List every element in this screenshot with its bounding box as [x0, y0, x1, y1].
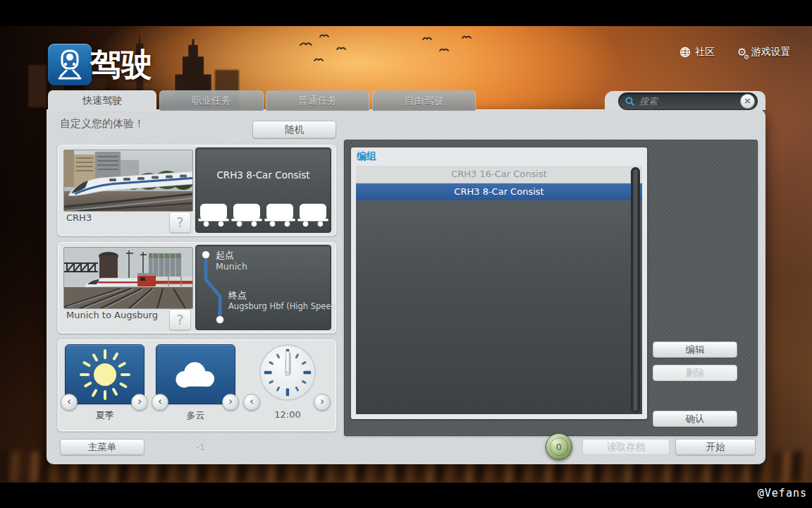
list-item-selected[interactable]: CRH3 8-Car Consist — [356, 183, 642, 200]
start-station: Munich — [216, 261, 247, 272]
train-car-icon — [264, 202, 295, 229]
time-next-button[interactable]: › — [314, 394, 331, 411]
consist-selection-panel: 编组 CRH3 16-Car Consist CRH3 8-Car Consis… — [344, 140, 758, 436]
season-prev-button[interactable]: ‹ — [61, 394, 78, 411]
random-button[interactable]: 随机 — [252, 121, 336, 138]
close-icon: × — [744, 95, 751, 106]
edit-button[interactable]: 编辑 — [653, 341, 737, 358]
building-silhouette — [28, 65, 47, 107]
birds-silhouette — [296, 30, 493, 79]
letterbox-bottom — [0, 483, 812, 508]
weather-prev-button[interactable]: ‹ — [152, 394, 168, 411]
end-station: Augsburg Hbf (High Speed) — [228, 301, 339, 311]
season-next-button[interactable]: › — [131, 394, 148, 411]
route-photo[interactable] — [63, 247, 193, 309]
main-menu-label: 主菜单 — [88, 441, 117, 454]
start-label: 开始 — [706, 441, 725, 454]
help-icon: ? — [176, 312, 183, 327]
screen: 驾驶 社区 ⚙⚙ 游戏设置 快速驾驶 职业任务 普通任务 自由驾驶 × 自定义您… — [0, 0, 812, 508]
confirm-button[interactable]: 确认 — [653, 411, 737, 427]
search-input[interactable] — [638, 95, 740, 107]
globe-icon — [679, 47, 691, 58]
route-help-button[interactable]: ? — [169, 309, 191, 330]
load-save-label: 读取存档 — [607, 441, 645, 454]
tab-quick-drive[interactable]: 快速驾驶 — [48, 90, 156, 111]
sun-icon — [77, 346, 133, 403]
main-menu-button[interactable]: 主菜单 — [60, 439, 144, 455]
train-help-button[interactable]: ? — [169, 212, 191, 233]
consist-preview-panel: CRH3 8-Car Consist — [195, 147, 331, 233]
train-car-icon — [198, 202, 229, 229]
community-label: 社区 — [695, 46, 715, 59]
train-car-icon — [297, 202, 328, 229]
chevron-right-icon: › — [137, 395, 142, 408]
route-start-dot — [202, 251, 210, 259]
list-item[interactable]: CRH3 16-Car Consist — [356, 166, 642, 183]
tab-label: 自由驾驶 — [405, 95, 444, 107]
delete-label: 删除 — [686, 367, 705, 380]
train-photo[interactable] — [63, 150, 193, 212]
customize-subtitle: 自定义您的体验！ — [60, 117, 144, 131]
season-tile — [65, 344, 144, 404]
chevron-right-icon: › — [228, 395, 233, 408]
watermark: @Vefans — [758, 487, 807, 500]
season-label: 夏季 — [65, 409, 144, 422]
delete-button[interactable]: 删除 — [653, 365, 737, 381]
consist-name: CRH3 8-Car Consist — [196, 169, 331, 181]
consist-cars-row — [196, 202, 331, 229]
game-settings-button[interactable]: ⚙⚙ 游戏设置 — [737, 46, 790, 59]
route-selection-card: Munich to Augsburg ? 起点 Munich 终点 Augsbu… — [57, 241, 337, 334]
random-label: 随机 — [285, 123, 304, 136]
counter-text: -1 — [196, 442, 205, 452]
start-label: 起点 — [216, 249, 234, 262]
tab-label: 普通任务 — [298, 95, 338, 107]
time-label: 12:00 — [259, 409, 316, 420]
app-logo — [48, 44, 92, 85]
consist-list: CRH3 16-Car Consist CRH3 8-Car Consist — [356, 166, 642, 414]
train-car-icon — [231, 202, 262, 229]
help-icon: ? — [176, 214, 183, 230]
search-box: × — [618, 92, 758, 110]
chevron-left-icon: ‹ — [158, 395, 162, 408]
clock-face — [259, 344, 316, 401]
letterbox-top — [0, 0, 812, 26]
score-orb: 0 — [546, 433, 572, 460]
community-button[interactable]: 社区 — [679, 46, 715, 59]
conditions-card: ‹ › 夏季 ‹ › 多云 — [57, 339, 337, 432]
settings-label: 游戏设置 — [751, 46, 790, 59]
tab-standard-scenarios[interactable]: 普通任务 — [266, 90, 369, 111]
tab-free-roam[interactable]: 自由驾驶 — [372, 90, 476, 111]
scrollbar-track — [631, 167, 640, 413]
start-button[interactable]: 开始 — [675, 439, 756, 455]
consist-list-card: 编组 CRH3 16-Car Consist CRH3 8-Car Consis… — [351, 147, 647, 419]
chevron-left-icon: ‹ — [67, 395, 71, 408]
scrollbar-thumb[interactable] — [632, 169, 639, 411]
route-end-dot — [216, 316, 224, 324]
tab-label: 职业任务 — [192, 95, 231, 107]
search-icon — [625, 97, 634, 106]
load-save-button[interactable]: 读取存档 — [582, 439, 670, 455]
page-title: 驾驶 — [90, 44, 152, 85]
tab-career-scenarios[interactable]: 职业任务 — [159, 90, 264, 111]
cloud-icon — [166, 355, 226, 394]
gear-icon: ⚙⚙ — [737, 47, 746, 58]
end-label: 终点 — [228, 289, 247, 302]
weather-tile — [156, 344, 235, 404]
clear-search-button[interactable]: × — [740, 94, 755, 109]
train-photo-image — [64, 150, 192, 211]
weather-next-button[interactable]: › — [222, 394, 239, 411]
consist-panel-title: 编组 — [357, 150, 376, 163]
train-icon — [53, 47, 87, 81]
chevron-left-icon: ‹ — [250, 395, 254, 408]
time-prev-button[interactable]: ‹ — [243, 394, 260, 411]
route-map-panel: 起点 Munich 终点 Augsburg Hbf (High Speed) — [195, 245, 331, 330]
route-name: Munich to Augsburg — [66, 310, 158, 320]
chevron-right-icon: › — [320, 395, 324, 408]
train-selection-card: CRH3 ? CRH3 8-Car Consist — [57, 144, 337, 236]
weather-label: 多云 — [156, 409, 235, 422]
route-photo-image — [64, 248, 192, 308]
confirm-label: 确认 — [686, 413, 705, 425]
tab-label: 快速驾驶 — [82, 95, 122, 107]
edit-label: 编辑 — [686, 344, 705, 356]
orb-value: 0 — [556, 442, 562, 452]
